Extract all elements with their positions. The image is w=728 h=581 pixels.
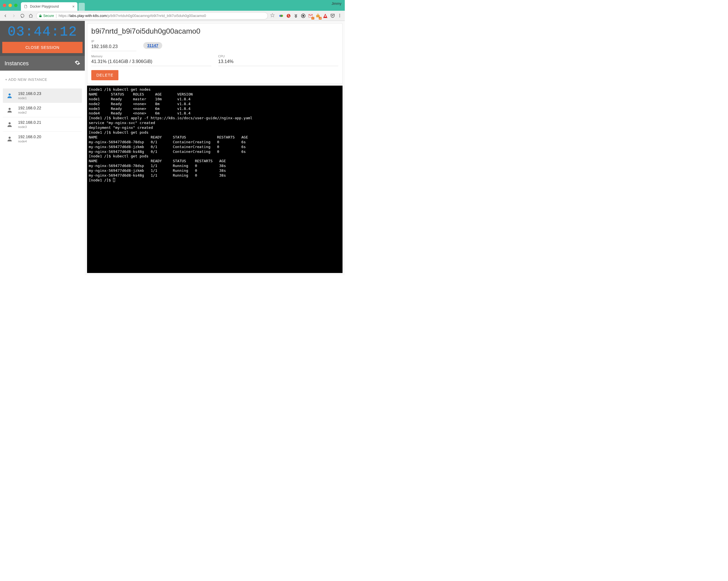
instance-ip: 192.168.0.20	[18, 134, 41, 139]
ip-value: 192.168.0.23	[91, 43, 136, 51]
page-icon	[24, 4, 28, 8]
cpu-field: CPU 13.14%	[218, 55, 338, 66]
profile-name[interactable]: Jimmy	[332, 2, 341, 6]
instance-details-card: b9i7nrtd_b9i7oi5duh0g00acamo0 IP 192.168…	[87, 23, 342, 84]
app-root: 03:44:12 CLOSE SESSION Instances + ADD N…	[0, 21, 345, 275]
instance-ip: 192.168.0.23	[18, 91, 41, 96]
instance-name: node4	[18, 140, 41, 143]
svg-point-6	[303, 15, 304, 17]
extension-icon[interactable]: 17	[308, 13, 313, 18]
secure-indicator: Secure	[39, 14, 54, 18]
svg-point-10	[339, 15, 340, 16]
sidebar: 03:44:12 CLOSE SESSION Instances + ADD N…	[0, 21, 85, 275]
cpu-value: 13.14%	[218, 58, 338, 66]
session-timer: 03:44:12	[2, 23, 82, 41]
window-close-button[interactable]	[3, 4, 6, 7]
chrome-menu-icon[interactable]	[337, 13, 342, 18]
reload-button[interactable]	[19, 13, 25, 19]
instance-ip: 192.168.0.22	[18, 106, 41, 110]
delete-button[interactable]: DELETE	[91, 70, 119, 80]
extension-icon[interactable]	[323, 13, 328, 18]
home-button[interactable]	[28, 13, 34, 19]
back-button[interactable]	[2, 13, 8, 19]
settings-gear-icon[interactable]	[75, 60, 80, 67]
svg-point-9	[339, 14, 340, 15]
instance-list: 192.168.0.23 node1 192.168.0.22 node2 19…	[0, 88, 85, 146]
svg-point-13	[8, 108, 10, 110]
user-icon	[6, 91, 14, 100]
svg-point-11	[339, 17, 340, 17]
bookmark-star-icon[interactable]	[270, 13, 275, 19]
instance-name: node2	[18, 111, 41, 114]
instances-label: Instances	[4, 60, 29, 67]
extension-icon[interactable]	[301, 13, 306, 18]
extension-icon[interactable]	[279, 13, 284, 18]
svg-point-15	[8, 137, 10, 139]
instance-name: node1	[18, 96, 41, 100]
extension-icon[interactable]	[330, 13, 335, 18]
sidebar-header: Instances	[0, 56, 85, 71]
memory-field: Memory 41.31% (1.614GiB / 3.906GiB)	[91, 55, 211, 66]
terminal[interactable]: [node1 /]$ kubectl get nodes NAME STATUS…	[87, 86, 342, 273]
user-icon	[6, 135, 14, 143]
svg-point-14	[8, 122, 10, 124]
extension-icons: 17 off	[279, 13, 342, 18]
window-maximize-button[interactable]	[14, 4, 18, 7]
memory-value: 41.31% (1.614GiB / 3.906GiB)	[91, 58, 211, 66]
svg-marker-0	[270, 13, 274, 17]
user-icon	[6, 106, 14, 114]
extension-icon[interactable]: off	[315, 13, 320, 18]
forward-button[interactable]	[11, 13, 17, 19]
sidebar-top: 03:44:12 CLOSE SESSION	[0, 21, 85, 56]
url-text: https://labs.play-with-k8s.com/p/b9i7nrt…	[58, 14, 206, 18]
instance-name: node3	[18, 125, 41, 129]
instance-ip: 192.168.0.21	[18, 120, 41, 125]
instance-item[interactable]: 192.168.0.23 node1	[3, 88, 82, 103]
session-id: b9i7nrtd_b9i7oi5duh0g00acamo0	[91, 27, 338, 35]
browser-tab[interactable]: Docker Playground ×	[21, 2, 77, 11]
ip-field: IP 192.168.0.23	[91, 39, 136, 51]
terminal-cursor	[113, 178, 115, 182]
tab-title: Docker Playground	[30, 4, 59, 8]
address-bar[interactable]: Secure | https://labs.play-with-k8s.com/…	[36, 12, 268, 20]
extension-icon[interactable]	[293, 13, 298, 18]
window-minimize-button[interactable]	[8, 4, 12, 7]
secure-label: Secure	[43, 14, 54, 18]
user-icon	[6, 121, 14, 128]
instance-item[interactable]: 192.168.0.21 node3	[3, 117, 82, 131]
instance-item[interactable]: 192.168.0.20 node4	[3, 131, 82, 146]
add-instance-button[interactable]: + ADD NEW INSTANCE	[0, 71, 85, 88]
close-session-button[interactable]: CLOSE SESSION	[2, 42, 82, 53]
extension-icon[interactable]	[286, 13, 291, 18]
main-panel: b9i7nrtd_b9i7oi5duh0g00acamo0 IP 192.168…	[85, 21, 345, 275]
new-tab-button[interactable]	[79, 3, 85, 11]
close-tab-icon[interactable]: ×	[72, 4, 75, 8]
svg-point-12	[8, 94, 10, 96]
port-link[interactable]: 31147	[143, 42, 162, 49]
browser-titlebar: Docker Playground × Jimmy	[0, 0, 345, 11]
browser-toolbar: Secure | https://labs.play-with-k8s.com/…	[0, 11, 345, 21]
memory-label: Memory	[91, 55, 211, 58]
cpu-label: CPU	[218, 55, 338, 58]
ip-label: IP	[91, 39, 136, 43]
svg-point-4	[281, 15, 283, 17]
instance-item[interactable]: 192.168.0.22 node2	[3, 103, 82, 117]
